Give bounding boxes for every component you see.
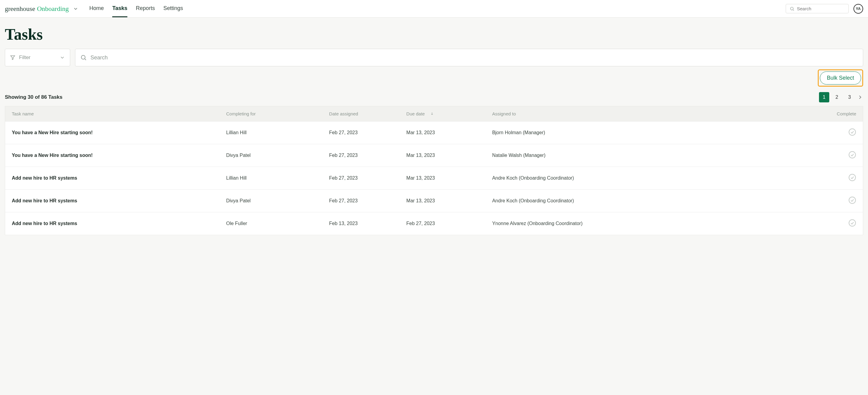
complete-toggle[interactable] xyxy=(848,196,856,204)
search-icon xyxy=(80,54,87,61)
svg-line-1 xyxy=(793,10,794,10)
filter-bar: Filter xyxy=(5,49,863,66)
svg-line-4 xyxy=(85,59,86,60)
cell-due-date: Feb 27, 2023 xyxy=(400,213,486,235)
avatar[interactable]: YA xyxy=(854,4,863,13)
filter-label: Filter xyxy=(19,55,31,61)
avatar-initials: YA xyxy=(856,7,861,11)
check-circle-icon xyxy=(848,196,856,204)
cell-assigned-to: Andre Koch (Onboarding Coordinator) xyxy=(486,167,803,190)
brand-logo[interactable]: greenhouse Onboarding xyxy=(5,5,79,13)
col-complete[interactable]: Complete xyxy=(803,106,863,121)
check-circle-icon xyxy=(848,128,856,136)
cell-task-name: Add new hire to HR systems xyxy=(5,167,220,190)
global-search[interactable] xyxy=(786,4,849,13)
pagination: 1 2 3 xyxy=(819,92,863,103)
page-next[interactable] xyxy=(857,94,863,100)
svg-point-6 xyxy=(849,129,856,135)
cell-completing-for: Lillian Hill xyxy=(220,121,322,144)
cell-assigned-to: Ynonne Alvarez (Onboarding Coordinator) xyxy=(486,213,803,235)
cell-assigned-to: Andre Koch (Onboarding Coordinator) xyxy=(486,190,803,213)
complete-toggle[interactable] xyxy=(848,151,856,159)
chevron-right-icon xyxy=(857,94,863,100)
page-1[interactable]: 1 xyxy=(819,92,829,103)
cell-completing-for: Lillian Hill xyxy=(220,167,322,190)
cell-complete xyxy=(803,213,863,235)
cell-date-assigned: Feb 27, 2023 xyxy=(322,190,400,213)
table-row[interactable]: You have a New Hire starting soon!Divya … xyxy=(5,144,863,167)
nav-tasks[interactable]: Tasks xyxy=(112,0,127,17)
col-completing-for[interactable]: Completing for xyxy=(220,106,322,121)
check-circle-icon xyxy=(848,219,856,227)
sort-down-icon xyxy=(430,112,434,115)
cell-complete xyxy=(803,167,863,190)
complete-toggle[interactable] xyxy=(848,128,856,136)
chevron-down-icon xyxy=(60,55,65,60)
table-row[interactable]: Add new hire to HR systemsDivya PatelFeb… xyxy=(5,190,863,213)
brand-part1: greenhouse xyxy=(5,5,35,13)
check-circle-icon xyxy=(848,151,856,159)
table-row[interactable]: Add new hire to HR systemsLillian HillFe… xyxy=(5,167,863,190)
cell-due-date: Mar 13, 2023 xyxy=(400,144,486,167)
filter-icon xyxy=(10,55,16,60)
nav-home[interactable]: Home xyxy=(89,0,104,17)
cell-due-date: Mar 13, 2023 xyxy=(400,121,486,144)
cell-task-name: You have a New Hire starting soon! xyxy=(5,144,220,167)
check-circle-icon xyxy=(848,174,856,181)
chevron-down-icon[interactable] xyxy=(73,6,79,11)
col-date-assigned[interactable]: Date assigned xyxy=(322,106,400,121)
svg-point-3 xyxy=(82,55,85,59)
col-task-name[interactable]: Task name xyxy=(5,106,220,121)
cell-due-date: Mar 13, 2023 xyxy=(400,190,486,213)
cell-assigned-to: Bjorn Holman (Manager) xyxy=(486,121,803,144)
bulk-select-button[interactable]: Bulk Select xyxy=(820,72,861,85)
search-icon xyxy=(789,6,795,11)
svg-point-9 xyxy=(849,197,856,203)
svg-point-8 xyxy=(849,174,856,181)
cell-completing-for: Ole Fuller xyxy=(220,213,322,235)
complete-toggle[interactable] xyxy=(848,219,856,227)
complete-toggle[interactable] xyxy=(848,174,856,181)
svg-point-7 xyxy=(849,151,856,158)
svg-point-0 xyxy=(790,7,793,10)
cell-task-name: Add new hire to HR systems xyxy=(5,190,220,213)
table-row[interactable]: Add new hire to HR systemsOle FullerFeb … xyxy=(5,213,863,235)
page-search-input[interactable] xyxy=(90,49,858,66)
cell-due-date: Mar 13, 2023 xyxy=(400,167,486,190)
showing-count: Showing 30 of 86 Tasks xyxy=(5,94,63,100)
global-search-input[interactable] xyxy=(797,6,845,11)
cell-date-assigned: Feb 27, 2023 xyxy=(322,144,400,167)
col-due-date[interactable]: Due date xyxy=(400,106,486,121)
cell-task-name: Add new hire to HR systems xyxy=(5,213,220,235)
col-due-date-label: Due date xyxy=(406,111,425,116)
page-2[interactable]: 2 xyxy=(832,92,842,103)
cell-complete xyxy=(803,121,863,144)
cell-task-name: You have a New Hire starting soon! xyxy=(5,121,220,144)
page-search[interactable] xyxy=(75,49,863,66)
tasks-table: Task name Completing for Date assigned D… xyxy=(5,106,863,235)
cell-date-assigned: Feb 27, 2023 xyxy=(322,121,400,144)
nav-reports[interactable]: Reports xyxy=(136,0,155,17)
brand-part2: Onboarding xyxy=(37,5,69,13)
svg-marker-2 xyxy=(10,56,15,60)
cell-completing-for: Divya Patel xyxy=(220,190,322,213)
cell-date-assigned: Feb 13, 2023 xyxy=(322,213,400,235)
table-row[interactable]: You have a New Hire starting soon!Lillia… xyxy=(5,121,863,144)
page-title: Tasks xyxy=(5,25,863,43)
svg-point-10 xyxy=(849,220,856,226)
nav-settings[interactable]: Settings xyxy=(163,0,183,17)
main-nav: Home Tasks Reports Settings xyxy=(89,0,183,17)
top-bar: greenhouse Onboarding Home Tasks Reports… xyxy=(0,0,868,18)
cell-complete xyxy=(803,144,863,167)
bulk-select-highlight: Bulk Select xyxy=(818,69,863,87)
cell-assigned-to: Natalie Walsh (Manager) xyxy=(486,144,803,167)
cell-complete xyxy=(803,190,863,213)
col-assigned-to[interactable]: Assigned to xyxy=(486,106,803,121)
cell-completing-for: Divya Patel xyxy=(220,144,322,167)
page-3[interactable]: 3 xyxy=(844,92,855,103)
filter-dropdown[interactable]: Filter xyxy=(5,49,70,66)
cell-date-assigned: Feb 27, 2023 xyxy=(322,167,400,190)
